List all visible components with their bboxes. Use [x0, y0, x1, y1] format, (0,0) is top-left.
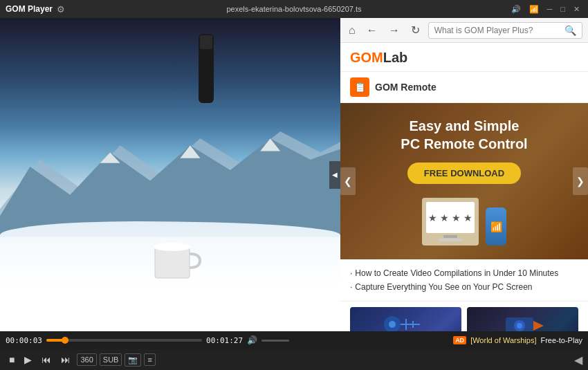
volume-bar[interactable]: [261, 340, 289, 342]
progress-bar[interactable]: [46, 339, 202, 342]
mountain-illustration: [0, 96, 340, 237]
monitor-illustration: ★ ★ ★ ★ 📶: [350, 198, 578, 246]
gom-label: GOM: [350, 50, 383, 65]
banner-title: Easy and Simple PC Remote Control: [350, 117, 578, 153]
monitor-base: [439, 239, 463, 241]
gom-lab-logo: GOMLab: [350, 50, 407, 66]
address-bar[interactable]: 🔍: [428, 22, 582, 39]
title-bar-controls: 🔊 📶 ─ □ ✕: [508, 4, 582, 15]
browser-content[interactable]: GOMLab 📋 GOM Remote ❮ Easy and Simple PC…: [340, 43, 588, 331]
forward-button[interactable]: →: [386, 23, 403, 38]
lab-label: Lab: [383, 50, 408, 65]
svg-marker-17: [533, 321, 544, 331]
search-button[interactable]: 🔍: [564, 25, 576, 36]
refresh-button[interactable]: ↻: [408, 22, 423, 38]
progress-thumb[interactable]: [62, 337, 68, 344]
link-item-capture[interactable]: Capture Everything You See on Your PC Sc…: [350, 280, 578, 294]
wifi-signal-icon: 📶: [490, 221, 502, 232]
svg-point-16: [517, 323, 522, 329]
ad-badge: AD: [453, 336, 466, 344]
app-title: GOM Player: [6, 4, 53, 14]
ad-game-label[interactable]: [World of Warships]: [470, 336, 536, 344]
gom-remote-title: GOM Remote: [375, 82, 437, 93]
speaker-icon[interactable]: 🔊: [508, 4, 524, 15]
panel-close-button[interactable]: ◀: [574, 353, 582, 367]
ad-free-label: Free-to-Play: [540, 336, 582, 344]
playlist-button[interactable]: ≡: [144, 353, 155, 366]
monitor-icon: ★ ★ ★ ★: [422, 198, 479, 246]
clipboard-icon: 📋: [354, 82, 366, 93]
gom-cam-decoration: [470, 311, 575, 331]
controls-bar: 00:00:03 00:01:27 🔊 AD [World of Warship…: [0, 331, 588, 349]
banner-next-button[interactable]: ❯: [573, 167, 588, 195]
star-icon-1: ★: [428, 212, 437, 223]
title-bar: GOM Player ⚙ pexels-ekaterina-bolovtsova…: [0, 0, 588, 18]
minimize-button[interactable]: ─: [544, 4, 555, 14]
svg-point-6: [154, 243, 191, 251]
eq-360-button[interactable]: 360: [77, 353, 96, 366]
video-frame: [0, 18, 340, 331]
restore-button[interactable]: □: [558, 4, 568, 14]
stop-button[interactable]: ■: [6, 353, 18, 367]
wifi-icon[interactable]: 📶: [526, 4, 542, 15]
play-button[interactable]: ▶: [21, 353, 35, 367]
volume-icon[interactable]: 🔊: [247, 335, 257, 345]
collapse-panel-button[interactable]: ◀: [329, 161, 340, 189]
svg-rect-5: [155, 247, 190, 278]
gom-remote-icon: 📋: [350, 77, 369, 97]
gom-remote-header: 📋 GOM Remote: [340, 72, 588, 103]
bottle-illustration: [190, 34, 221, 120]
search-input[interactable]: [434, 26, 564, 35]
browser-toolbar: ⌂ ← → ↻ 🔍: [340, 18, 588, 43]
gear-icon[interactable]: ⚙: [57, 4, 65, 15]
close-button[interactable]: ✕: [571, 4, 582, 15]
capture-button[interactable]: 📷: [125, 353, 141, 367]
free-download-button[interactable]: FREE DOWNLOAD: [407, 163, 521, 184]
main-area: ◀ ⌂ ← → ↻ 🔍 GOMLab 📋: [0, 18, 588, 331]
star-icon-3: ★: [452, 212, 461, 223]
gom-cam-thumb[interactable]: 📷 GOM Cam: [467, 307, 578, 331]
subtitle-button[interactable]: SUB: [100, 353, 122, 366]
gom-audio-decoration: [353, 311, 458, 331]
svg-rect-8: [200, 35, 212, 49]
svg-point-10: [389, 321, 396, 328]
time-total: 00:01:27: [206, 336, 243, 345]
filename-label: pexels-ekaterina-bolovtsova-6650207.ts: [226, 5, 361, 13]
link-item-compilations[interactable]: How to Create Video Compilations in Unde…: [350, 266, 578, 280]
monitor-screen: ★ ★ ★ ★: [426, 202, 475, 233]
video-scene: [0, 18, 340, 331]
phone-icon: 📶: [486, 207, 506, 246]
star-icon-2: ★: [440, 212, 449, 223]
home-button[interactable]: ⌂: [346, 23, 358, 38]
time-current: 00:00:03: [6, 336, 42, 345]
video-panel: ◀: [0, 18, 340, 331]
bottom-toolbar: ■ ▶ ⏮ ⏭ 360 SUB 📷 ≡ ◀: [0, 349, 588, 370]
banner-prev-button[interactable]: ❮: [340, 167, 356, 195]
cup-illustration: [148, 233, 203, 284]
prev-button[interactable]: ⏮: [38, 353, 55, 367]
browser-panel: ⌂ ← → ↻ 🔍 GOMLab 📋 GOM Remote: [340, 18, 588, 331]
main-banner: ❮ Easy and Simple PC Remote Control FREE…: [340, 103, 588, 259]
star-icon-4: ★: [463, 212, 472, 223]
title-bar-left: GOM Player ⚙: [6, 4, 65, 15]
video-content: [0, 18, 340, 331]
gom-lab-header: GOMLab: [340, 43, 588, 72]
product-thumbnails: ♪ GOM Audio 📷 G: [340, 302, 588, 331]
back-button[interactable]: ←: [364, 23, 380, 38]
links-section: How to Create Video Compilations in Unde…: [340, 259, 588, 302]
next-button[interactable]: ⏭: [57, 353, 74, 367]
monitor-stand: [443, 235, 457, 238]
gom-audio-thumb[interactable]: ♪ GOM Audio: [350, 307, 461, 331]
